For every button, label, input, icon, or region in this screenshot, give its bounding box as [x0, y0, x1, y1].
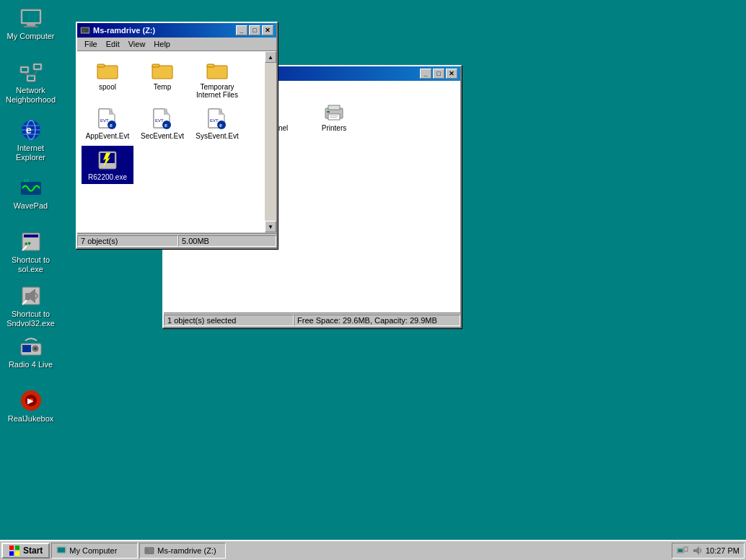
tempinternet-filename: Temporary Internet Files	[193, 83, 242, 99]
internet-explorer-label: Internet Explorer	[6, 144, 55, 162]
realjukebox-icon: ▶	[19, 389, 43, 412]
internet-explorer-icon: e	[19, 118, 43, 141]
menu-file[interactable]: File	[80, 39, 102, 49]
network-neighborhood-label: Network Neighborhood	[6, 86, 56, 105]
svg-text:Z:: Z:	[83, 30, 85, 32]
svg-rect-87	[58, 548, 66, 553]
svg-rect-91	[678, 549, 683, 552]
svg-text:e: e	[219, 123, 222, 128]
start-button[interactable]: Start	[1, 543, 50, 559]
svg-rect-82	[9, 546, 14, 550]
start-icon	[9, 545, 20, 556]
radio4live-label: Radio 4 Live	[9, 360, 53, 369]
shortcut-sndvol-icon	[19, 284, 43, 307]
spool-filename: spool	[99, 83, 116, 91]
taskbar-mycomputer-label: My Computer	[69, 546, 117, 555]
svg-text:e: e	[164, 123, 167, 128]
desktop-icon-realjukebox[interactable]: ▶ RealJukebox	[4, 386, 58, 426]
my-computer-status-left: 1 object(s) selected	[164, 315, 294, 326]
svg-rect-21	[24, 235, 38, 237]
file-item-spool[interactable]: spool	[82, 56, 133, 102]
desktop-icon-internet-explorer[interactable]: e Internet Explorer	[4, 115, 58, 165]
taskbar-mycomputer-icon	[56, 546, 66, 556]
taskbar-msramdrive-icon: Z:	[144, 546, 154, 556]
scrollbar-down-btn[interactable]: ▼	[265, 221, 276, 232]
volume-tray-icon	[691, 545, 703, 556]
network-neighborhood-icon	[19, 61, 43, 84]
temp-filename: Temp	[154, 83, 171, 91]
svg-rect-9	[28, 76, 34, 80]
svg-rect-5	[22, 68, 27, 71]
file-item-secevent[interactable]: EVT e SecEvent.Evt	[136, 105, 188, 143]
svg-rect-57	[152, 66, 172, 79]
sysevent-filename: SysEvent.Evt	[196, 132, 238, 140]
radio4live-icon	[19, 335, 43, 358]
desktop-icon-shortcut-sndvol[interactable]: Shortcut to Sndvol32.exe	[4, 281, 58, 331]
svg-rect-1	[22, 11, 40, 22]
desktop-icon-my-computer[interactable]: My Computer	[4, 4, 58, 44]
svg-rect-55	[97, 66, 118, 79]
shortcut-sndvol-label: Shortcut to Sndvol32.exe	[6, 310, 55, 328]
menu-view[interactable]: View	[124, 39, 150, 49]
msramdrive-statusbar: 7 object(s) 5.00MB	[77, 233, 276, 248]
scrollbar-track[interactable]	[265, 63, 276, 221]
wavepad-label: WavePad	[14, 201, 48, 211]
svg-text:♠♥: ♠♥	[25, 240, 31, 247]
my-computer-status-right: Free Space: 29.6MB, Capacity: 29.9MB	[294, 315, 460, 326]
desktop-icon-shortcut-sol[interactable]: ♠♥ Shortcut to sol.exe	[4, 227, 58, 277]
my-computer-minimize-btn[interactable]: _	[420, 69, 431, 79]
svg-rect-59	[207, 66, 227, 79]
menu-edit[interactable]: Edit	[102, 39, 124, 49]
msramdrive-title-icon: Z:	[80, 25, 90, 35]
my-computer-statusbar: 1 object(s) selected Free Space: 29.6MB,…	[164, 312, 460, 327]
msramdrive-vscrollbar[interactable]: ▲ ▼	[265, 51, 276, 232]
svg-text:e: e	[26, 124, 32, 136]
svg-rect-50	[330, 115, 338, 116]
start-label: Start	[23, 546, 43, 556]
msramdrive-minimize-btn[interactable]: _	[236, 25, 247, 35]
taskbar: Start My Computer Z: Ms-ramdrive (Z:) 10…	[0, 540, 746, 560]
svg-rect-58	[152, 64, 159, 67]
svg-rect-51	[330, 117, 337, 118]
file-item-r62200[interactable]: R62200.exe	[82, 146, 133, 184]
taskbar-msramdrive-label: Ms-ramdrive (Z:)	[157, 546, 216, 555]
taskbar-item-msramdrive[interactable]: Z: Ms-ramdrive (Z:)	[139, 543, 226, 559]
svg-rect-60	[207, 64, 214, 67]
shortcut-sol-icon: ♠♥	[19, 230, 43, 253]
my-computer-icon	[19, 6, 43, 30]
svg-marker-93	[693, 546, 699, 555]
svg-rect-3	[24, 26, 38, 27]
desktop-icon-wavepad[interactable]: ♪♪ WavePad	[4, 173, 58, 214]
msramdrive-title-text: Ms-ramdrive (Z:)	[93, 26, 155, 35]
svg-rect-27	[22, 345, 31, 352]
msramdrive-maximize-btn[interactable]: □	[249, 25, 260, 35]
my-computer-close-btn[interactable]: ✕	[446, 69, 457, 79]
menu-help[interactable]: Help	[149, 39, 175, 49]
file-item-printers[interactable]: Printers	[308, 97, 360, 143]
msramdrive-status-left: 7 object(s)	[77, 235, 178, 247]
svg-text:EVT: EVT	[100, 118, 109, 123]
file-item-sysevent[interactable]: EVT e SysEvent.Evt	[191, 105, 243, 143]
file-item-temp[interactable]: Temp	[136, 56, 188, 102]
msramdrive-close-btn[interactable]: ✕	[262, 25, 273, 35]
taskbar-item-mycomputer[interactable]: My Computer	[51, 543, 138, 559]
my-computer-maximize-btn[interactable]: □	[433, 69, 444, 79]
svg-text:EVT: EVT	[210, 118, 219, 123]
printers-filename: Printers	[322, 124, 346, 132]
desktop-icon-radio4live[interactable]: Radio 4 Live	[4, 332, 58, 372]
svg-rect-49	[327, 111, 330, 113]
file-item-appevent[interactable]: EVT e AppEvent.Evt	[82, 105, 133, 143]
svg-rect-56	[97, 64, 105, 67]
appevent-filename: AppEvent.Evt	[86, 132, 130, 140]
msramdrive-titlebar[interactable]: Z: Ms-ramdrive (Z:) _ □ ✕	[77, 23, 276, 38]
svg-rect-85	[15, 551, 19, 556]
realjukebox-label: RealJukebox	[8, 414, 54, 424]
desktop-icon-network-neighborhood[interactable]: Network Neighborhood	[4, 58, 58, 108]
network-tray-icon	[677, 545, 688, 556]
scrollbar-up-btn[interactable]: ▲	[265, 51, 276, 63]
taskbar-tray: 10:27 PM	[672, 543, 745, 559]
msramdrive-window: Z: Ms-ramdrive (Z:) _ □ ✕ File Edit View…	[76, 22, 278, 249]
file-item-tempinternet[interactable]: Temporary Internet Files	[191, 56, 243, 102]
msramdrive-status-right: 5.00MB	[178, 235, 276, 247]
msramdrive-menubar: File Edit View Help	[77, 38, 276, 51]
